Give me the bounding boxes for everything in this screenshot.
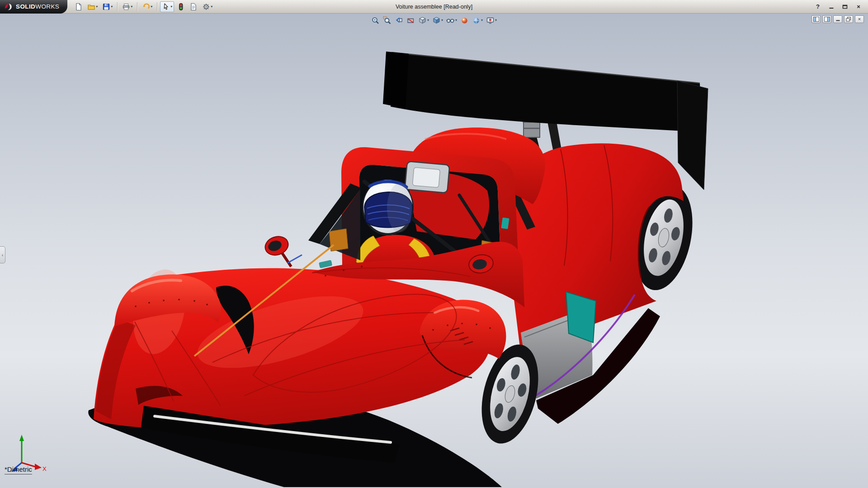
toolbar-separator (157, 2, 157, 11)
file-properties-icon (189, 3, 198, 11)
wing-right-endplate (677, 81, 708, 190)
sketch-line-blue[interactable] (288, 255, 302, 263)
display-style-button[interactable]: ▾ (431, 15, 444, 26)
titlebar[interactable]: SOLIDWORKS ▾ (0, 0, 868, 14)
toolbar-separator (117, 2, 118, 11)
section-view-button[interactable] (406, 15, 416, 26)
dropdown-caret-icon: ▾ (455, 19, 457, 22)
save-floppy-icon (102, 3, 110, 11)
dropdown-caret-icon: ▾ (170, 5, 172, 9)
file-properties-button[interactable] (188, 1, 199, 12)
hide-show-items-button[interactable]: ▾ (445, 15, 458, 26)
dropdown-caret-icon: ▾ (495, 19, 497, 22)
driver-helmet (362, 179, 414, 235)
dropdown-caret-icon: ▾ (131, 5, 132, 9)
section-view-icon (406, 16, 415, 25)
dropdown-caret-icon: ▾ (211, 5, 212, 9)
minimize-document-button[interactable] (833, 15, 842, 23)
new-document-icon (75, 3, 83, 11)
standard-toolbar: ▾ ▾ ▾ (67, 1, 214, 12)
window-title: Voiture assemblee [Read-only] (396, 0, 472, 14)
apply-scene-button[interactable]: ▾ (471, 15, 484, 26)
dropdown-caret-icon: ▾ (481, 19, 483, 22)
wing-main-plane (391, 52, 702, 132)
minimize-icon (835, 17, 840, 21)
pane-right-icon (824, 17, 830, 22)
select-tool-button[interactable]: ▾ (160, 1, 174, 12)
edit-appearance-button[interactable] (459, 15, 470, 26)
view-settings-button[interactable]: ▾ (485, 15, 498, 26)
minimize-button[interactable] (827, 3, 835, 11)
previous-view-icon (395, 16, 403, 25)
close-button[interactable]: × (854, 3, 863, 11)
toolbar-separator (137, 2, 137, 11)
edit-appearance-ball-icon (460, 16, 469, 25)
apply-scene-globe-icon (472, 16, 481, 25)
hide-show-glasses-icon (446, 16, 455, 25)
zoom-to-fit-icon (371, 16, 380, 25)
document-window-controls: × (811, 15, 864, 23)
view-orientation-label: *Dimetric (5, 465, 32, 474)
open-folder-icon (87, 3, 95, 11)
undo-arrow-icon (142, 3, 150, 11)
dropdown-caret-icon: ▾ (96, 5, 98, 9)
minimize-icon (829, 5, 834, 9)
view-orientation-cube-icon (418, 16, 427, 25)
select-cursor-icon (162, 3, 170, 11)
panel-collapse-tab[interactable]: ‹ (0, 246, 5, 263)
wing-left-endplate (383, 52, 409, 108)
cockpit-teal-left (319, 260, 332, 268)
dropdown-caret-icon: ▾ (111, 5, 113, 9)
save-button[interactable]: ▾ (100, 1, 114, 12)
options-button[interactable]: ▾ (200, 1, 214, 12)
restore-document-button[interactable] (844, 15, 853, 23)
options-gear-icon (202, 3, 210, 11)
zoom-to-area-button[interactable] (382, 15, 392, 26)
display-style-cube-icon (432, 16, 441, 25)
window-controls: ? × (814, 3, 868, 11)
chevron-left-icon: ‹ (2, 252, 4, 258)
undo-button[interactable]: ▾ (140, 1, 154, 12)
view-settings-icon (486, 16, 495, 25)
print-icon (122, 3, 130, 11)
open-button[interactable]: ▾ (85, 1, 99, 12)
feature-pane-toggle-button[interactable] (811, 15, 821, 23)
rebuild-button[interactable] (175, 1, 187, 12)
maximize-icon (842, 5, 848, 9)
help-button[interactable]: ? (814, 3, 822, 11)
restore-icon (846, 17, 851, 22)
print-button[interactable]: ▾ (120, 1, 134, 12)
left-mirror (263, 234, 291, 267)
dropdown-caret-icon: ▾ (151, 5, 152, 9)
graphics-viewport: X (0, 14, 868, 488)
dropdown-caret-icon: ▾ (427, 19, 429, 22)
solidworks-window: SOLIDWORKS ▾ (0, 0, 868, 488)
solidworks-logo-block: SOLIDWORKS (0, 0, 67, 14)
new-document-button[interactable] (73, 1, 85, 12)
graphics-area[interactable]: X (0, 14, 868, 488)
close-document-button[interactable]: × (855, 15, 864, 23)
rebuild-stoplight-icon (177, 3, 185, 11)
maximize-button[interactable] (841, 3, 849, 11)
previous-view-button[interactable] (394, 15, 404, 26)
dropdown-caret-icon: ▾ (441, 19, 443, 22)
windscreen-scoop (405, 161, 449, 193)
pane-left-icon (813, 17, 819, 22)
brand-wordmark: SOLIDWORKS (16, 3, 59, 10)
zoom-to-area-icon (383, 16, 392, 25)
view-orientation-button[interactable]: ▾ (417, 15, 430, 26)
zoom-to-fit-button[interactable] (370, 15, 381, 26)
display-pane-toggle-button[interactable] (822, 15, 831, 23)
dassault-systemes-logo-icon (4, 2, 13, 11)
cockpit-panel-left (329, 229, 348, 251)
heads-up-view-toolbar: ▾ ▾ ▾ (370, 15, 498, 26)
triad-x-label: X (42, 465, 47, 472)
